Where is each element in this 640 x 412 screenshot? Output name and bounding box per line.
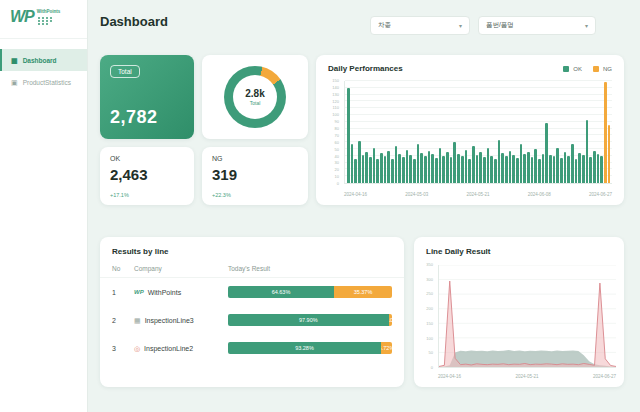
bar-ok (395, 146, 398, 183)
sidebar-item-productstatistics[interactable]: ▣ProductStatistics (0, 71, 87, 93)
filter-label: 품번/품명 (486, 21, 514, 30)
bar-ok (498, 140, 501, 183)
x-tick-label: 2024-06-27 (589, 192, 612, 197)
x-tick-label: 2024-06-08 (528, 192, 551, 197)
result-bar-ng: 6.72% (381, 342, 392, 354)
result-bar-ng: 2.10% (389, 314, 392, 326)
daily-performances-card: Daily Performances OK NG 010203040506070… (316, 55, 624, 205)
ng-value: 319 (212, 166, 237, 183)
bar-ok (376, 159, 379, 183)
sidebar-item-label: ProductStatistics (23, 79, 71, 86)
page-title: Dashboard (100, 14, 168, 29)
y-tick-label: 0 (431, 366, 433, 370)
total-chip: Total (110, 65, 140, 78)
y-tick-label: 100 (332, 113, 339, 117)
table-header: NoCompanyToday's Result (100, 256, 404, 278)
bar-ok (457, 154, 460, 183)
bar-ok (582, 155, 585, 183)
table-body: 1WPWithPoints64.63%35.37%2▦InspectionLin… (100, 278, 404, 362)
bar-ok (593, 151, 596, 183)
line-series (438, 265, 616, 368)
ok-card: OK 2,463 +17.1% (100, 147, 194, 205)
x-axis: 2024-04-162024-05-212024-06-27 (438, 369, 616, 379)
ng-card: NG 319 +22.3% (202, 147, 308, 205)
y-tick-label: 20 (335, 168, 339, 172)
bar-ok (560, 158, 563, 183)
column-header: Company (134, 265, 228, 272)
legend-ok-label: OK (573, 66, 582, 72)
bar-ok (553, 156, 556, 183)
bar-ok (420, 153, 423, 183)
daily-performances-title: Daily Performances (328, 64, 403, 73)
sidebar-divider (0, 38, 87, 39)
part-number-select[interactable]: 품번/품명▾ (478, 16, 596, 35)
y-tick-label: 60 (335, 141, 339, 145)
bar-ok (487, 148, 490, 183)
y-tick-label: 90 (335, 120, 339, 124)
bar-ok (476, 155, 479, 183)
donut-center-value: 2.8k (245, 88, 264, 99)
y-tick-label: 30 (335, 161, 339, 165)
vehicle-type-select[interactable]: 차종▾ (370, 16, 470, 35)
bar-ok (527, 152, 530, 183)
company-cell: WPWithPoints (134, 289, 228, 296)
result-bar: 64.63%35.37% (228, 286, 392, 298)
product-statistics-icon: ▣ (11, 79, 18, 86)
results-by-line-card: Results by line NoCompanyToday's Result … (100, 237, 404, 387)
y-tick-label: 50 (429, 351, 433, 355)
bar-ok (358, 141, 361, 183)
ng-delta: +22.3% (212, 192, 231, 198)
bar-ok (428, 151, 431, 183)
result-bar-ng: 35.37% (334, 286, 392, 298)
y-tick-label: 80 (335, 127, 339, 131)
y-tick-label: 150 (332, 79, 339, 83)
y-tick-label: 50 (335, 148, 339, 152)
bar-ok (531, 157, 534, 183)
result-bar: 93.28%6.72% (228, 342, 392, 354)
x-axis: 2024-04-162024-05-032024-05-212024-06-08… (344, 185, 612, 197)
chevron-down-icon: ▾ (459, 22, 462, 29)
y-tick-label: 150 (426, 322, 433, 326)
bar-ok (413, 159, 416, 183)
brand-mark: WP (10, 9, 34, 25)
bar-ok (347, 88, 350, 183)
bar-ok (472, 146, 475, 183)
table-row: 3◎InspectionLine293.28%6.72% (100, 334, 404, 362)
withpoints-logo[interactable]: WP WithPoints (0, 0, 87, 34)
bar-ok (351, 144, 354, 183)
bar-ng (608, 125, 611, 183)
bar-ok (479, 152, 482, 183)
bar-ok (380, 153, 383, 183)
sidebar-item-dashboard[interactable]: ▦Dashboard (0, 49, 87, 71)
bar-ok (461, 156, 464, 183)
y-tick-label: 200 (426, 307, 433, 311)
column-header: Today's Result (228, 265, 392, 272)
chart-legend: OK NG (563, 66, 612, 72)
y-tick-label: 70 (335, 134, 339, 138)
result-bar-ok: 93.28% (228, 342, 381, 354)
bar-ok (373, 148, 376, 183)
x-tick-label: 2024-05-21 (466, 192, 489, 197)
x-tick-label: 2024-06-27 (593, 374, 616, 379)
result-bar-ok: 64.63% (228, 286, 334, 298)
bar-ok (494, 159, 497, 183)
plot-area (344, 81, 612, 184)
filter-label: 차종 (378, 21, 391, 30)
y-tick-label: 110 (333, 106, 339, 110)
bar-ok (417, 144, 420, 183)
y-tick-label: 140 (332, 86, 339, 90)
bar-ok (483, 157, 486, 183)
donut-center-label: Total (250, 100, 261, 106)
y-axis: 0102030405060708090100110120130140150 (326, 81, 342, 184)
y-tick-label: 100 (426, 337, 433, 341)
legend-ok-swatch (563, 66, 569, 72)
ok-value: 2,463 (110, 166, 148, 183)
bar-ok (453, 142, 456, 183)
total-value: 2,782 (110, 107, 158, 128)
app-root: WP WithPoints ▦Dashboard▣ProductStatisti… (0, 0, 640, 412)
company-cell: ▦InspectionLine3 (134, 317, 228, 324)
bar-ok (465, 150, 468, 183)
bar-ok (369, 157, 372, 183)
bar-ok (439, 148, 442, 183)
chevron-down-icon: ▾ (585, 22, 588, 29)
